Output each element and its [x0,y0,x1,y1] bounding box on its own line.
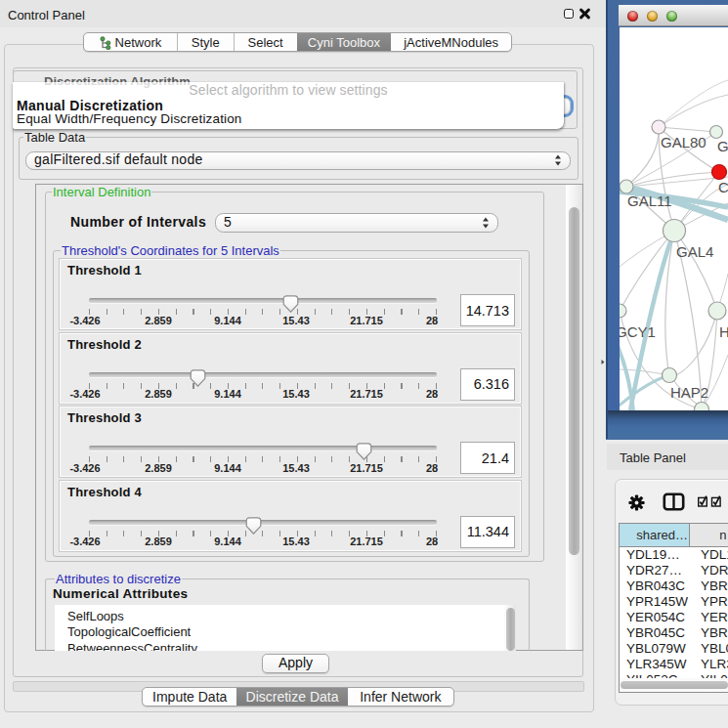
svg-text:GAL4: GAL4 [676,243,713,260]
svg-text:HAP2: HAP2 [670,384,708,401]
svg-text:GAL80: GAL80 [661,134,707,150]
svg-text:C: C [718,179,728,195]
svg-text:GAL11: GAL11 [627,193,672,209]
svg-text:GCY1: GCY1 [620,323,656,340]
svg-text:GA: GA [717,138,728,154]
svg-text:H: H [719,323,728,340]
